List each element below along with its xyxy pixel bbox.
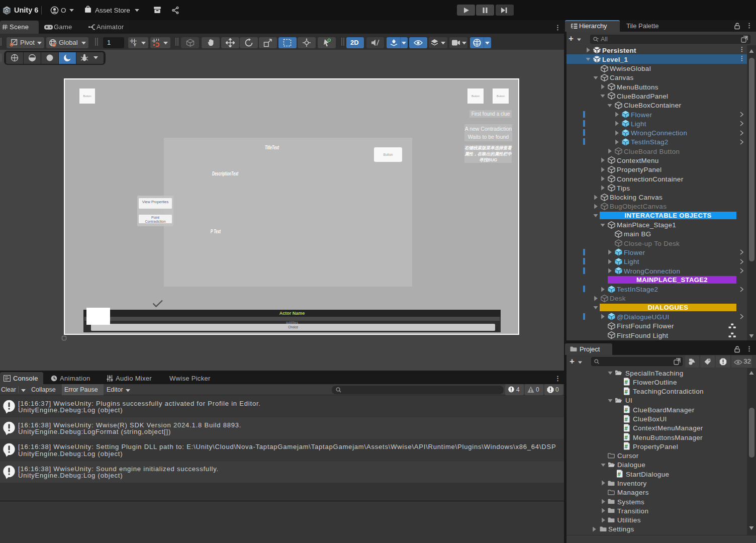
svg-text:Y: Y (133, 42, 137, 47)
